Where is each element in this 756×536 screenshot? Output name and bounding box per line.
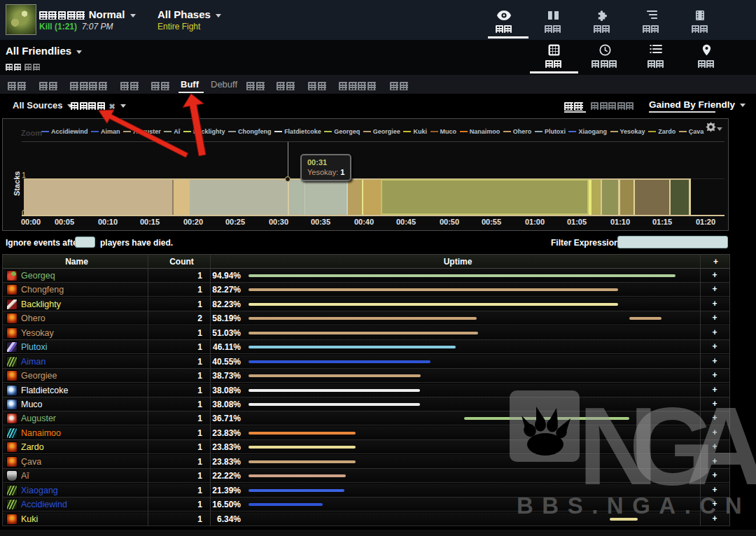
svg-text:NGA: NGA bbox=[578, 384, 756, 507]
svg-text:BBS.NGA.CN: BBS.NGA.CN bbox=[517, 493, 750, 519]
